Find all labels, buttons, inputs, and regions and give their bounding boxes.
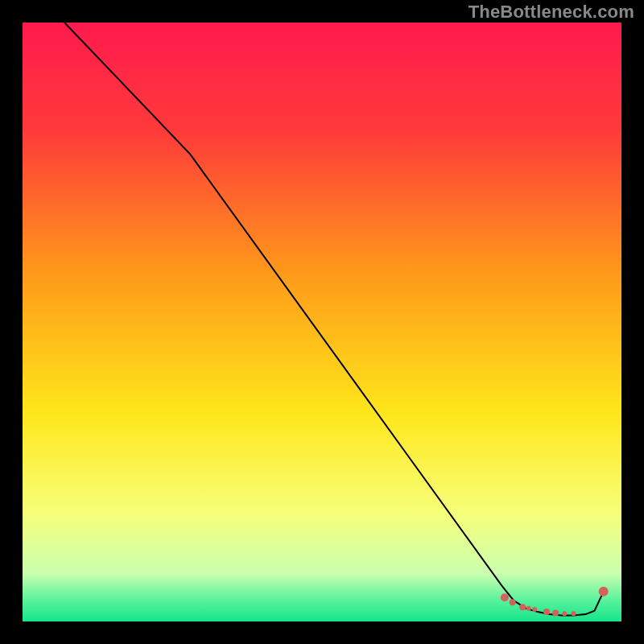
- data-marker: [526, 606, 531, 611]
- data-marker: [519, 604, 526, 610]
- chart-frame: TheBottleneck.com: [0, 0, 644, 644]
- data-marker: [571, 611, 576, 616]
- background-gradient: [23, 23, 621, 621]
- data-marker: [532, 607, 537, 612]
- data-marker: [599, 587, 609, 597]
- chart-plot-area: [23, 23, 621, 621]
- data-marker: [501, 593, 509, 601]
- chart-svg: [23, 23, 621, 621]
- data-marker: [552, 610, 559, 617]
- watermark-text: TheBottleneck.com: [469, 2, 634, 23]
- data-marker: [510, 599, 516, 605]
- data-marker: [562, 611, 567, 616]
- data-marker: [543, 609, 550, 615]
